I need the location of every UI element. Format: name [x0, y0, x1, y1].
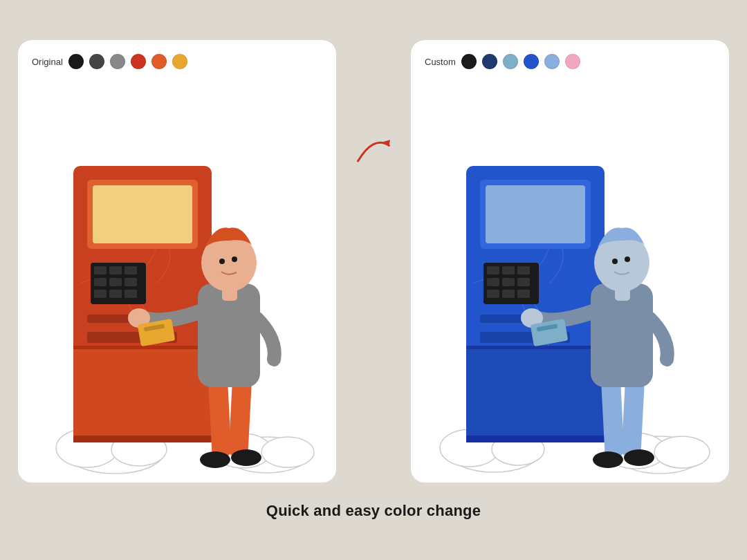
custom-dot-4[interactable] — [524, 54, 539, 69]
cards-row: Original — [18, 40, 729, 483]
main-container: Original — [18, 40, 729, 520]
transform-arrow — [353, 130, 394, 171]
color-dot-1[interactable] — [68, 54, 84, 69]
color-dot-5[interactable] — [151, 54, 167, 69]
svg-rect-15 — [124, 278, 137, 286]
svg-point-26 — [200, 451, 230, 468]
svg-rect-55 — [517, 290, 530, 298]
svg-rect-54 — [502, 290, 515, 298]
svg-rect-50 — [487, 278, 499, 286]
svg-point-69 — [625, 256, 630, 262]
original-illustration — [32, 76, 322, 483]
svg-point-64 — [624, 449, 654, 466]
original-color-bar: Original — [32, 54, 187, 69]
svg-point-63 — [593, 451, 623, 468]
custom-illustration — [425, 76, 715, 483]
svg-rect-51 — [502, 278, 515, 286]
svg-rect-22 — [73, 346, 212, 349]
svg-rect-59 — [466, 346, 605, 349]
svg-rect-33 — [222, 287, 237, 301]
svg-rect-11 — [109, 266, 122, 274]
custom-card: Custom — [411, 40, 729, 483]
svg-point-42 — [654, 436, 710, 468]
svg-point-31 — [219, 259, 225, 264]
svg-rect-48 — [502, 266, 515, 274]
bottom-label: Quick and easy color change — [266, 502, 481, 520]
svg-rect-60 — [466, 436, 605, 442]
svg-point-27 — [231, 449, 261, 466]
svg-point-5 — [261, 437, 314, 467]
svg-rect-45 — [486, 185, 585, 243]
color-dot-2[interactable] — [89, 54, 104, 69]
color-dot-3[interactable] — [110, 54, 125, 69]
svg-rect-62 — [621, 380, 645, 456]
svg-rect-8 — [93, 185, 192, 243]
svg-rect-13 — [94, 278, 107, 286]
svg-rect-21 — [73, 346, 212, 442]
custom-dot-5[interactable] — [544, 54, 560, 69]
svg-rect-58 — [466, 346, 605, 442]
svg-rect-17 — [109, 290, 122, 298]
svg-rect-47 — [487, 266, 499, 274]
svg-rect-14 — [109, 278, 122, 286]
svg-rect-52 — [517, 278, 530, 286]
svg-point-68 — [612, 259, 618, 264]
svg-rect-70 — [615, 287, 630, 301]
svg-rect-25 — [228, 380, 252, 456]
original-card: Original — [18, 40, 336, 483]
custom-dot-3[interactable] — [503, 54, 518, 69]
color-dot-4[interactable] — [131, 54, 146, 69]
svg-rect-16 — [94, 290, 107, 298]
svg-rect-61 — [601, 380, 625, 456]
custom-dot-6[interactable] — [565, 54, 580, 69]
svg-rect-12 — [124, 266, 137, 274]
custom-label: Custom — [425, 57, 456, 67]
arrow-container — [353, 130, 394, 171]
custom-dot-2[interactable] — [482, 54, 497, 69]
svg-point-32 — [232, 256, 237, 262]
custom-color-bar: Custom — [425, 54, 580, 69]
original-label: Original — [32, 57, 63, 67]
svg-rect-18 — [124, 290, 137, 298]
svg-rect-49 — [517, 266, 530, 274]
svg-rect-24 — [208, 380, 232, 456]
custom-dot-1[interactable] — [461, 54, 477, 69]
svg-rect-10 — [94, 266, 107, 274]
svg-rect-23 — [73, 436, 212, 442]
color-dot-6[interactable] — [172, 54, 187, 69]
svg-rect-53 — [487, 290, 499, 298]
